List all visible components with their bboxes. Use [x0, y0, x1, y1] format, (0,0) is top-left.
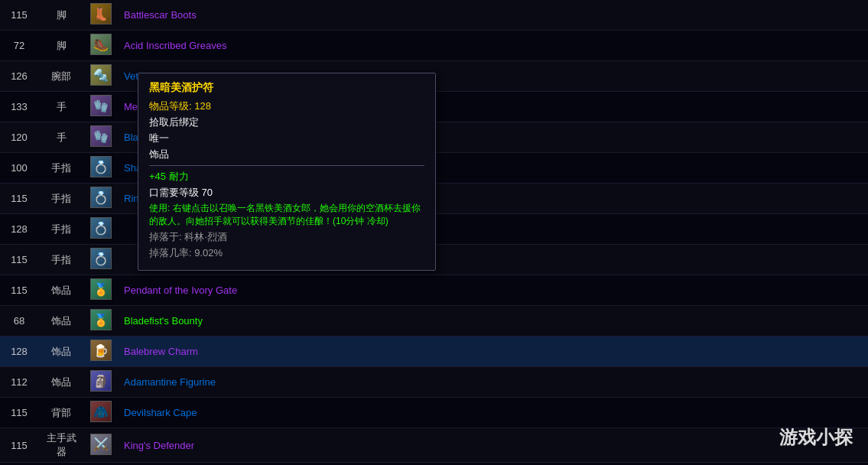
item-name[interactable]: Aldori Legacy Defender	[118, 463, 868, 466]
item-icon-cell: 🥾	[84, 31, 118, 61]
tooltip-row: 唯一	[149, 132, 424, 145]
item-level: 115	[0, 0, 38, 31]
item-icon: 💍	[90, 248, 112, 269]
item-slot: 饰品	[38, 337, 84, 367]
tooltip-row: 拾取后绑定	[149, 115, 424, 129]
item-name[interactable]: Pendant of the Ivory Gate	[118, 275, 868, 306]
item-icon: 🧥	[90, 401, 112, 422]
item-level: 115	[0, 275, 38, 306]
item-icon-cell: 👢	[84, 0, 118, 31]
item-level: 115	[0, 428, 38, 463]
item-level: 115	[0, 398, 38, 428]
item-slot: 饰品	[38, 275, 84, 306]
item-slot: 手指	[38, 214, 84, 245]
item-icon-glyph: 🧤	[91, 96, 111, 115]
item-name[interactable]: Bladefist's Bounty	[118, 306, 868, 337]
item-icon-glyph: 🍺	[91, 340, 111, 360]
item-icon: 🧤	[90, 95, 112, 116]
item-level: 133	[0, 92, 38, 122]
item-icon-glyph: 🗿	[91, 371, 111, 391]
table-row[interactable]: 72 脚 🥾 Acid Inscribed Greaves	[0, 31, 868, 61]
item-icon: 🗿	[90, 370, 112, 392]
item-name[interactable]: Battlescar Boots	[118, 0, 868, 31]
item-icon-glyph: 🧤	[91, 126, 111, 146]
item-level: 128	[0, 214, 38, 245]
item-level: 125	[0, 463, 38, 466]
item-icon-cell: 💍	[84, 153, 118, 184]
item-slot: 手	[38, 92, 84, 122]
tooltip-title: 黑暗美酒护符	[149, 81, 424, 95]
table-row[interactable]: 115 脚 👢 Battlescar Boots	[0, 0, 868, 31]
item-icon-glyph: 💍	[91, 218, 111, 238]
item-icon-glyph: 🧥	[91, 402, 111, 421]
item-icon: 💍	[90, 156, 112, 177]
item-icon-glyph: ⚔️	[91, 434, 111, 454]
item-name[interactable]: Adamantine Figurine	[118, 367, 868, 398]
item-name[interactable]: Acid Inscribed Greaves	[118, 31, 868, 61]
tooltip-row: 掉落于: 科林·烈酒	[149, 230, 424, 244]
item-icon-cell: 🏅	[84, 275, 118, 306]
item-icon: 🏅	[90, 309, 112, 330]
item-icon: ⚔️	[90, 434, 112, 455]
item-icon: 💍	[90, 187, 112, 208]
item-name[interactable]: Balebrew Charm	[118, 337, 868, 367]
item-icon-glyph: 🏅	[91, 310, 111, 330]
item-level: 128	[0, 337, 38, 367]
item-slot: 脚	[38, 0, 84, 31]
tooltip-row: 使用: 右键点击以召唤一名黑铁美酒女郎，她会用你的空酒杯去援你的敌人。向她招手就…	[149, 202, 424, 228]
tooltip-popup: 黑暗美酒护符 物品等级: 128拾取后绑定唯一饰品+45 耐力口需要等级 70使…	[138, 73, 436, 271]
item-icon-glyph: 🔩	[91, 65, 111, 85]
table-row[interactable]: 115 背部 🧥 Devilshark Cape	[0, 398, 868, 428]
item-level: 72	[0, 31, 38, 61]
item-icon: 🔩	[90, 64, 112, 86]
item-slot: 饰品	[38, 306, 84, 337]
item-icon-cell: 💍	[84, 245, 118, 275]
item-slot: 主手武器	[38, 428, 84, 463]
item-icon-cell: 🏅	[84, 306, 118, 337]
item-icon: 🥾	[90, 34, 112, 55]
item-icon-glyph: 🏅	[91, 279, 111, 299]
item-name[interactable]: King's Defender	[118, 428, 868, 463]
tooltip-row: 物品等级: 128	[149, 99, 424, 113]
item-slot: 背部	[38, 398, 84, 428]
item-icon-glyph: 💍	[91, 157, 111, 177]
item-icon-glyph: 💍	[91, 187, 111, 207]
item-icon-cell: 🛡️	[84, 463, 118, 466]
tooltip-row: +45 耐力	[149, 170, 424, 184]
tooltip-divider	[149, 165, 424, 166]
item-icon-cell: 🧤	[84, 92, 118, 122]
item-icon-cell: 🧤	[84, 122, 118, 153]
item-level: 126	[0, 61, 38, 92]
item-icon-glyph: 🥾	[91, 34, 111, 54]
item-level: 68	[0, 306, 38, 337]
item-icon-cell: 🍺	[84, 337, 118, 367]
item-icon: 🧤	[90, 125, 112, 147]
item-name[interactable]: Devilshark Cape	[118, 398, 868, 428]
item-slot: 手	[38, 122, 84, 153]
table-row[interactable]: 128 饰品 🍺 Balebrew Charm	[0, 337, 868, 367]
item-icon-cell: 🧥	[84, 398, 118, 428]
item-icon: 💍	[90, 217, 112, 239]
item-icon-cell: 🗿	[84, 367, 118, 398]
table-row[interactable]: 68 饰品 🏅 Bladefist's Bounty	[0, 306, 868, 337]
item-icon-glyph: 👢	[91, 4, 111, 24]
table-row[interactable]: 125 副手 🛡️ Aldori Legacy Defender	[0, 463, 868, 466]
item-slot: 副手	[38, 463, 84, 466]
item-level: 100	[0, 153, 38, 184]
item-icon-glyph: 💍	[91, 249, 111, 268]
item-level: 120	[0, 122, 38, 153]
item-level: 115	[0, 245, 38, 275]
item-slot: 腕部	[38, 61, 84, 92]
item-level: 115	[0, 184, 38, 214]
table-row[interactable]: 112 饰品 🗿 Adamantine Figurine	[0, 367, 868, 398]
table-row[interactable]: 115 饰品 🏅 Pendant of the Ivory Gate	[0, 275, 868, 306]
item-icon-cell: 💍	[84, 184, 118, 214]
item-slot: 饰品	[38, 367, 84, 398]
item-level: 112	[0, 367, 38, 398]
item-icon: 🍺	[90, 340, 112, 361]
table-row[interactable]: 115 主手武器 ⚔️ King's Defender	[0, 428, 868, 463]
item-slot: 手指	[38, 245, 84, 275]
watermark: 游戏小探	[779, 425, 853, 450]
tooltip-row: 掉落几率: 9.02%	[149, 246, 424, 260]
item-icon: 👢	[90, 3, 112, 24]
